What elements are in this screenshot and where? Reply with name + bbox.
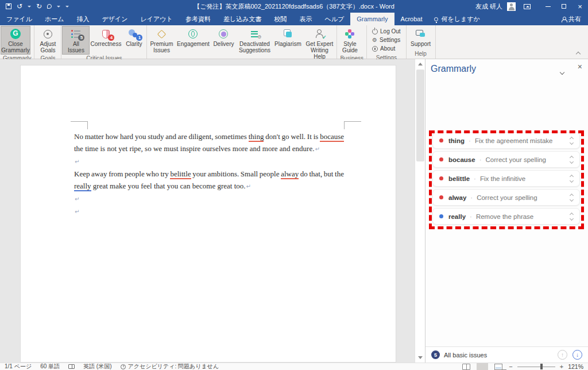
accessibility-status[interactable]: アクセシビリティ: 問題ありません [121, 363, 219, 370]
account-name[interactable]: 友成 研人 [475, 2, 502, 11]
expand-card-icon[interactable] [567, 156, 573, 163]
ribbon-group-settings: Log Out ⚙ Settings About Settings [367, 25, 407, 59]
document-text: No matter how hard you study and are dil… [74, 130, 344, 218]
word-count[interactable]: 60 単語 [40, 363, 60, 370]
severity-dot-icon [439, 157, 443, 161]
tab-file[interactable]: ファイル [0, 13, 38, 25]
error-word-alway[interactable]: alway [281, 169, 299, 179]
vertical-scrollbar[interactable] [415, 59, 425, 363]
collapse-ribbon-button[interactable] [574, 51, 582, 57]
restore-icon [562, 4, 566, 9]
document-page[interactable]: No matter how hard you study and are dil… [20, 65, 396, 363]
get-expert-writing-help-button[interactable]: ✓ Get Expert Writing Help [303, 26, 336, 61]
deactivated-list-gear-icon: ⚙ [251, 31, 258, 37]
issue-filter-label[interactable]: All basic issues [444, 352, 487, 359]
page-count[interactable]: 1/1 ページ [5, 363, 32, 370]
tab-insert[interactable]: 挿入 [71, 13, 96, 25]
titlebar: ↺ ↻ 【ご発注】英文原稿002_2021120fdsadfsads6（387文… [0, 0, 588, 13]
close-grammarly-button[interactable]: G Close Grammarly [1, 26, 30, 55]
deactivated-suggestions-button[interactable]: ⚙ Deactivated Suggestions [236, 26, 273, 61]
issue-card-really[interactable]: really · Remove the phrase [432, 208, 580, 225]
tab-grammarly[interactable]: Grammarly [350, 13, 394, 25]
minimize-button[interactable] [540, 0, 556, 13]
ribbon-tab-row: ファイル ホーム 挿入 デザイン レイアウト 参考資料 差し込み文書 校閲 表示… [0, 13, 588, 25]
share-person-icon [562, 17, 566, 21]
chevron-down-icon [560, 70, 564, 75]
close-button[interactable]: × [572, 0, 588, 13]
tab-design[interactable]: デザイン [96, 13, 134, 25]
correctness-button[interactable]: 4 Correctness [90, 26, 122, 55]
tab-home[interactable]: ホーム [38, 13, 71, 25]
task-pane-close-button[interactable]: × [578, 63, 582, 71]
support-button[interactable]: Support [407, 26, 435, 50]
tab-help[interactable]: ヘルプ [318, 13, 350, 25]
suggestion-word-really[interactable]: really [74, 182, 91, 191]
ribbon-group-critical-issues: 5 All Issues 4 Correctness 1 [61, 25, 147, 59]
accessibility-icon [121, 364, 126, 369]
share-button[interactable]: 共有 [555, 13, 588, 25]
undo-dropdown-caret-icon[interactable] [28, 6, 31, 7]
expand-card-icon[interactable] [567, 175, 573, 182]
all-issues-button[interactable]: 5 All Issues [62, 26, 90, 55]
lightbulb-icon [434, 17, 438, 21]
scrollbar-thumb[interactable] [416, 70, 424, 161]
scroll-down-button[interactable] [416, 353, 425, 362]
restore-button[interactable] [556, 0, 572, 13]
read-mode-button[interactable] [461, 363, 472, 370]
minimize-icon [546, 6, 551, 7]
gear-icon: ⚙ [372, 37, 377, 43]
save-icon[interactable] [6, 3, 11, 9]
zoom-slider[interactable] [517, 367, 555, 367]
delivery-button[interactable]: Delivery [211, 26, 236, 61]
touch-mode-icon[interactable] [47, 4, 52, 9]
adjust-goals-button[interactable]: Adjust Goals [35, 26, 60, 55]
about-button[interactable]: About [370, 45, 403, 52]
expand-card-icon[interactable] [567, 137, 573, 144]
proofing-status-icon[interactable] [68, 364, 75, 369]
tab-references[interactable]: 参考資料 [179, 13, 217, 25]
touch-mode-dropdown-caret-icon[interactable] [57, 6, 60, 7]
issue-card-alway[interactable]: alway · Correct your spelling [432, 189, 580, 206]
tab-view[interactable]: 表示 [293, 13, 318, 25]
customize-qat-caret-icon[interactable] [65, 6, 69, 7]
avatar[interactable] [507, 2, 516, 11]
task-pane-title: Grammarly [431, 64, 476, 74]
issue-card-thing[interactable]: thing · Fix the agreement mistake [432, 132, 580, 149]
chat-bubbles-icon [416, 29, 426, 38]
grammarly-logo-icon: G [10, 29, 21, 39]
scroll-up-button[interactable] [416, 60, 425, 68]
print-layout-button[interactable] [477, 363, 488, 370]
tell-me-box[interactable]: 何をしますか [428, 13, 485, 25]
premium-issues-button[interactable]: Premium Issues [148, 26, 175, 61]
log-out-button[interactable]: Log Out [370, 28, 403, 35]
plagiarism-button[interactable]: Plagiarism [273, 26, 303, 61]
style-guide-pinwheel-icon [345, 29, 354, 38]
error-word-thing[interactable]: thing [249, 132, 264, 142]
issue-card-bocause[interactable]: bocause · Correct your spelling [432, 151, 580, 168]
tab-acrobat[interactable]: Acrobat [394, 13, 429, 25]
undo-icon[interactable]: ↺ [17, 3, 22, 10]
zoom-slider-thumb[interactable] [540, 364, 543, 369]
zoom-level[interactable]: 121% [568, 363, 583, 370]
clarity-button[interactable]: 1 Clarity [122, 26, 146, 55]
tab-layout[interactable]: レイアウト [134, 13, 179, 25]
status-bar: 1/1 ページ 60 単語 英語 (米国) アクセシビリティ: 問題ありません … [0, 363, 588, 370]
redo-icon[interactable]: ↻ [36, 3, 42, 10]
zoom-out-button[interactable]: − [509, 363, 512, 370]
task-pane-menu-button[interactable] [560, 66, 564, 76]
engagement-button[interactable]: Engagement [175, 26, 211, 61]
ribbon-display-options-icon[interactable] [524, 4, 531, 9]
expand-card-icon[interactable] [567, 213, 573, 220]
error-word-belittle[interactable]: belittle [170, 169, 191, 179]
error-word-bocause[interactable]: bocause [320, 132, 344, 142]
zoom-in-button[interactable]: + [560, 363, 563, 370]
issue-card-belittle[interactable]: belittle · Fix the infinitive [432, 170, 580, 187]
style-guide-button[interactable]: Style Guide [338, 26, 362, 55]
tab-mailings[interactable]: 差し込み文書 [217, 13, 268, 25]
settings-button[interactable]: ⚙ Settings [370, 36, 403, 44]
previous-issue-button[interactable]: ↑ [558, 350, 567, 360]
next-issue-button[interactable]: ↓ [572, 350, 582, 360]
tab-review[interactable]: 校閲 [268, 13, 293, 25]
expand-card-icon[interactable] [567, 194, 573, 201]
language-status[interactable]: 英語 (米国) [83, 363, 111, 370]
